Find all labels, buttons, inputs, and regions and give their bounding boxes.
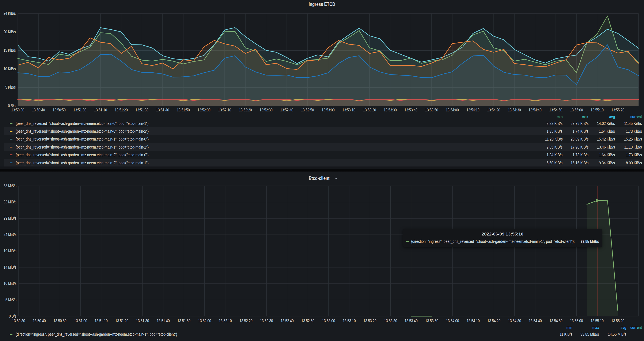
x-tick-label: 13:54:10 — [467, 318, 480, 323]
legend-series-current: 1.73 KiB/s — [626, 129, 642, 134]
y-tick-label: 5 KiB/s — [5, 85, 16, 90]
legend-series-min: 5.60 KiB/s — [547, 160, 563, 165]
legend-header-avg[interactable]: avg — [620, 325, 626, 330]
x-tick-label: 13:55:00 — [570, 107, 583, 112]
legend-series-avg: 14.56 MiB/s — [608, 332, 626, 337]
legend-series-min: 11.20 KiB/s — [545, 137, 563, 142]
legend-header-avg[interactable]: avg — [609, 114, 615, 119]
legend-series-dash-icon[interactable] — [10, 334, 12, 335]
legend-series-avg: 14.02 KiB/s — [597, 121, 615, 126]
y-tick-label: 33 MiB/s — [4, 200, 16, 204]
x-tick-label: 13:55:10 — [591, 318, 604, 323]
legend-series-name[interactable]: {peer_dns_reversed="shoot--ash-garden--m… — [16, 160, 149, 165]
x-tick-label: 13:53:10 — [343, 318, 356, 323]
legend-series-avg: 13.46 KiB/s — [597, 145, 615, 149]
legend-series-name[interactable]: {direction="ingress", peer_dns_reversed=… — [16, 332, 177, 337]
legend-series-max: 33.85 MiB/s — [580, 332, 599, 337]
x-tick-label: 13:54:10 — [466, 107, 479, 112]
legend-header-current[interactable]: current — [630, 325, 642, 330]
x-tick-label: 13:53:10 — [342, 107, 355, 112]
y-tick-label: 20 KiB/s — [4, 29, 16, 34]
legend-series-dash-icon[interactable] — [10, 147, 12, 147]
legend-series-current: 11.10 KiB/s — [624, 145, 642, 149]
x-tick-label: 13:54:30 — [508, 107, 521, 112]
x-tick-label: 13:50:50 — [54, 318, 66, 323]
x-tick-label: 13:51:00 — [74, 318, 87, 323]
legend-series-current: 15.25 KiB/s — [624, 137, 642, 142]
x-tick-label: 13:51:00 — [73, 107, 86, 112]
panel-ingress-etcd: Ingress ETCD minmaxavgcurrent{peer_dns_r… — [0, 0, 644, 166]
x-tick-label: 13:52:00 — [198, 107, 210, 112]
legend-header-min[interactable]: min — [556, 114, 562, 119]
legend-header-max[interactable]: max — [592, 325, 599, 330]
legend-series-row[interactable]: {peer_dns_reversed="shoot--ash-garden--m… — [4, 119, 640, 127]
x-tick-label: 13:54:50 — [549, 107, 562, 112]
legend-series-row[interactable]: {peer_dns_reversed="shoot--ash-garden--m… — [4, 127, 640, 135]
x-tick-label: 13:52:50 — [301, 318, 314, 323]
grid-lines — [18, 186, 638, 316]
x-tick-label: 13:51:40 — [156, 107, 169, 112]
x-tick-label: 13:54:20 — [487, 107, 500, 112]
etcd-client-chart[interactable] — [0, 172, 644, 341]
x-tick-label: 13:53:40 — [405, 318, 418, 323]
legend-series-dash-icon[interactable] — [10, 162, 12, 163]
legend-series-row[interactable]: {peer_dns_reversed="shoot--ash-garden--m… — [4, 135, 640, 143]
legend-series-row[interactable]: {peer_dns_reversed="shoot--ash-garden--m… — [4, 159, 640, 167]
legend-series-row[interactable]: {peer_dns_reversed="shoot--ash-garden--m… — [4, 143, 640, 151]
legend-series-max: 17.98 KiB/s — [570, 145, 588, 149]
legend-series-dash-icon[interactable] — [10, 139, 12, 139]
legend-header-current[interactable]: current — [630, 114, 642, 119]
x-tick-label: 13:55:10 — [590, 107, 604, 112]
legend-series-dash-icon[interactable] — [10, 131, 12, 132]
x-tick-label: 13:51:50 — [177, 318, 190, 323]
x-tick-label: 13:50:30 — [12, 318, 25, 323]
legend-series-max: 16.16 KiB/s — [570, 160, 588, 165]
x-tick-label: 13:54:30 — [508, 318, 521, 323]
legend-series-name[interactable]: {peer_dns_reversed="shoot--ash-garden--m… — [16, 137, 149, 142]
x-tick-label: 13:52:00 — [198, 318, 211, 323]
graph-tooltip: 2022-06-09 13:55:10 {direction="ingress"… — [403, 229, 602, 247]
x-tick-label: 13:53:50 — [425, 107, 438, 112]
x-tick-label: 13:53:00 — [322, 318, 335, 323]
panel-divider — [0, 166, 644, 172]
x-tick-label: 13:52:50 — [301, 107, 314, 112]
y-tick-label: 24 MiB/s — [4, 232, 16, 237]
legend-series-min: 11 KiB/s — [560, 332, 572, 337]
legend-header-max[interactable]: max — [582, 114, 588, 119]
legend-series-row[interactable]: {direction="ingress", peer_dns_reversed=… — [4, 330, 640, 338]
legend-series-dash-icon[interactable] — [10, 123, 12, 124]
legend-series-min: 1.34 KiB/s — [547, 153, 563, 157]
y-tick-label: 15 KiB/s — [4, 48, 16, 53]
x-tick-label: 13:53:20 — [364, 318, 376, 323]
legend-series-dash-icon[interactable] — [10, 154, 12, 155]
x-tick-label: 13:55:20 — [611, 107, 624, 112]
x-tick-label: 13:51:10 — [95, 318, 108, 323]
x-tick-label: 13:50:40 — [32, 107, 45, 112]
y-tick-label: 5 MiB/s — [6, 297, 16, 302]
legend-series-name[interactable]: {peer_dns_reversed="shoot--ash-garden--m… — [16, 129, 149, 134]
x-tick-label: 13:51:50 — [177, 107, 190, 112]
x-tick-label: 13:55:20 — [611, 318, 624, 323]
legend-series-name[interactable]: {peer_dns_reversed="shoot--ash-garden--m… — [16, 145, 149, 149]
legend-series-row[interactable]: {peer_dns_reversed="shoot--ash-garden--m… — [4, 151, 640, 159]
legend-series-name[interactable]: {peer_dns_reversed="shoot--ash-garden--m… — [16, 121, 149, 126]
x-tick-label: 13:53:30 — [384, 107, 396, 112]
x-tick-label: 13:52:20 — [240, 318, 252, 323]
x-tick-label: 13:54:20 — [487, 318, 500, 323]
legend-series-avg: 1.64 KiB/s — [599, 129, 615, 134]
legend-series-name[interactable]: {peer_dns_reversed="shoot--ash-garden--m… — [16, 153, 149, 157]
tooltip-series-dash-icon — [406, 241, 409, 242]
x-tick-label: 13:53:30 — [384, 318, 397, 323]
legend-series-max: 23.79 KiB/s — [570, 121, 588, 126]
x-tick-label: 13:50:50 — [52, 107, 66, 112]
legend-header-row: minmaxavgcurrent — [4, 325, 640, 330]
x-tick-label: 13:53:40 — [404, 107, 417, 112]
tooltip-timestamp: 2022-06-09 13:55:10 — [406, 232, 599, 237]
x-tick-label: 13:52:20 — [239, 107, 252, 112]
y-tick-label: 24 KiB/s — [4, 11, 16, 16]
tooltip-series-label: {direction="ingress", peer_dns_reversed=… — [411, 239, 575, 244]
x-tick-label: 13:53:20 — [363, 107, 376, 112]
y-tick-label: 10 MiB/s — [4, 281, 16, 286]
legend-header-min[interactable]: min — [566, 325, 572, 330]
x-tick-label: 13:53:00 — [322, 107, 334, 112]
